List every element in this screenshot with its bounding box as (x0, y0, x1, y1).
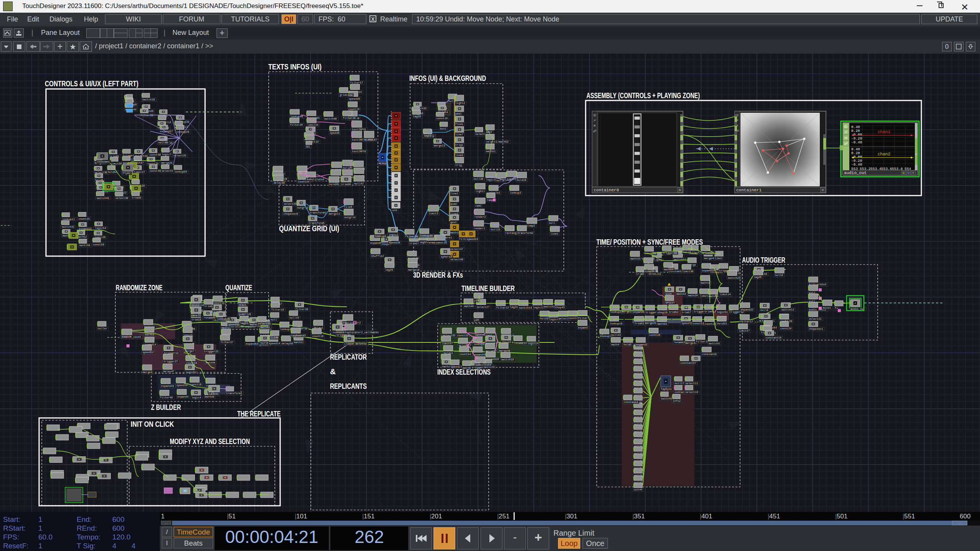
svg-text:switch19: switch19 (501, 358, 514, 361)
svg-text:math4: math4 (611, 343, 619, 346)
svg-text:select11: select11 (685, 382, 698, 385)
svg-text:INFOS (UI) & BACKGROUND: INFOS (UI) & BACKGROUND (409, 74, 486, 82)
svg-text:transform5: transform5 (309, 222, 325, 225)
svg-text:null15: null15 (491, 228, 500, 231)
svg-text:switch5: switch5 (661, 397, 672, 400)
svg-text:pbd1: pbd1 (455, 112, 462, 115)
svg-text:merge25: merge25 (161, 161, 172, 164)
svg-text:nuller: nuller (98, 327, 107, 330)
svg-text:lag11: lag11 (240, 322, 248, 325)
svg-text:select27: select27 (477, 306, 490, 309)
svg-text:speed26: speed26 (349, 97, 360, 100)
svg-text:-0.40: -0.40 (851, 140, 862, 145)
svg-text:p10: p10 (474, 299, 479, 302)
svg-text:tile6: tile6 (344, 206, 352, 209)
svg-text:trim35: trim35 (132, 196, 141, 199)
svg-text:merge25: merge25 (645, 322, 656, 325)
svg-text:const33: const33 (457, 334, 468, 337)
svg-text:trim51: trim51 (635, 322, 644, 325)
svg-text:merge48: merge48 (499, 349, 510, 352)
svg-text:+: + (822, 188, 824, 192)
svg-text:select55: select55 (258, 322, 271, 325)
svg-text:null8: null8 (775, 274, 783, 277)
svg-text:select3: select3 (161, 169, 172, 173)
svg-text:transform4: transform4 (310, 211, 326, 214)
svg-text:delay39: delay39 (274, 181, 285, 184)
svg-text:chopexec1: chopexec1 (809, 327, 823, 331)
svg-text:LAYERS: LAYERS (209, 393, 218, 396)
svg-text:logic4: logic4 (191, 396, 201, 399)
svg-text:RANDOM_count: RANDOM_count (122, 336, 141, 339)
svg-text:trim57: trim57 (681, 311, 691, 314)
svg-text:trim30: trim30 (341, 183, 351, 186)
svg-text:comp2: comp2 (527, 224, 535, 227)
svg-text:limit47: limit47 (739, 329, 750, 332)
svg-text:lookup5: lookup5 (375, 235, 386, 238)
svg-text:filter37: filter37 (496, 306, 509, 309)
svg-text:speed36: speed36 (389, 241, 400, 244)
svg-text:cam1: cam1 (475, 204, 482, 207)
svg-text:switch12: switch12 (781, 308, 795, 311)
svg-text:expand46: expand46 (473, 353, 486, 356)
svg-text:const24: const24 (780, 327, 791, 330)
svg-text:lookup3: lookup3 (510, 191, 521, 194)
svg-text:MODIFY XYZ AND SELECTION: MODIFY XYZ AND SELECTION (170, 437, 250, 446)
svg-text:chop16: chop16 (658, 311, 667, 314)
svg-text:replicator2_callbacks: replicator2_callbacks (345, 331, 379, 334)
svg-text:THE REPLICATE: THE REPLICATE (237, 409, 281, 418)
svg-text:delay47: delay47 (163, 370, 174, 373)
svg-text:light2: light2 (455, 102, 465, 105)
svg-text:trim52: trim52 (669, 311, 678, 314)
svg-text:MERGE: MERGE (379, 162, 387, 165)
svg-text:REPLICATOR: REPLICATOR (330, 352, 367, 361)
svg-text:transform1: transform1 (226, 392, 242, 395)
svg-text:-0.40: -0.40 (851, 163, 862, 167)
svg-text:mouseinA: mouseinA (191, 304, 204, 307)
svg-text:trigger23: trigger23 (204, 350, 218, 353)
svg-text:expand57: expand57 (633, 311, 646, 314)
svg-text:◎: ◎ (844, 124, 848, 128)
svg-text:expand2: expand2 (636, 343, 647, 346)
svg-text:select25: select25 (284, 202, 297, 206)
svg-text:TIMELINE BUILDER: TIMELINE BUILDER (461, 284, 515, 293)
svg-text:limit14: limit14 (719, 293, 730, 296)
svg-text:switch45: switch45 (97, 197, 110, 200)
svg-text:const59: const59 (93, 243, 104, 246)
svg-text:math16: math16 (701, 281, 710, 285)
svg-text:merge11: merge11 (329, 212, 340, 215)
svg-text:light1: light1 (475, 190, 485, 193)
svg-text:speed33: speed33 (228, 323, 239, 326)
svg-text:trim5: trim5 (204, 305, 212, 308)
svg-text:null6: null6 (260, 342, 268, 345)
svg-text:trim17: trim17 (409, 242, 419, 245)
svg-text:substitute: substitute (475, 363, 491, 367)
svg-text:delay58: delay58 (282, 342, 293, 345)
svg-text:HEARBEAT: HEARBEAT (364, 138, 377, 141)
svg-text:speed17: speed17 (451, 365, 462, 368)
svg-text:speed52: speed52 (142, 351, 153, 354)
svg-text:null49: null49 (158, 141, 168, 144)
svg-text:AUDIO TRIGGER: AUDIO TRIGGER (742, 255, 785, 264)
svg-text:geo1: geo1 (450, 221, 457, 224)
svg-text:filter37: filter37 (220, 341, 233, 344)
svg-text:☍: ☍ (844, 141, 848, 146)
svg-text:3D RENDER & FXs: 3D RENDER & FXs (413, 270, 463, 279)
svg-text:count19: count19 (312, 335, 323, 338)
svg-text:outgrid: outgrid (344, 216, 355, 219)
svg-text:logic52: logic52 (185, 371, 197, 374)
svg-text:constant10: constant10 (765, 336, 781, 339)
svg-text:container0: container0 (594, 188, 619, 192)
svg-text:math6: math6 (463, 367, 471, 370)
svg-text:box1: box1 (440, 127, 446, 130)
svg-text:const53: const53 (693, 322, 704, 325)
svg-text:trig: trig (455, 164, 462, 167)
svg-text:hold28: hold28 (329, 183, 339, 186)
svg-text:logic32: logic32 (486, 178, 497, 181)
svg-text:hold53: hold53 (717, 322, 727, 325)
svg-text:info2: info2 (673, 400, 681, 403)
svg-text:select10: select10 (685, 391, 698, 394)
svg-text:ASSEMBLY (CONTROLS + PLAYING Z: ASSEMBLY (CONTROLS + PLAYING ZONE) (586, 91, 700, 100)
svg-text:container1: container1 (736, 188, 762, 192)
svg-text:filter7: filter7 (578, 317, 589, 320)
svg-text:sphere2: sphere2 (441, 255, 452, 258)
